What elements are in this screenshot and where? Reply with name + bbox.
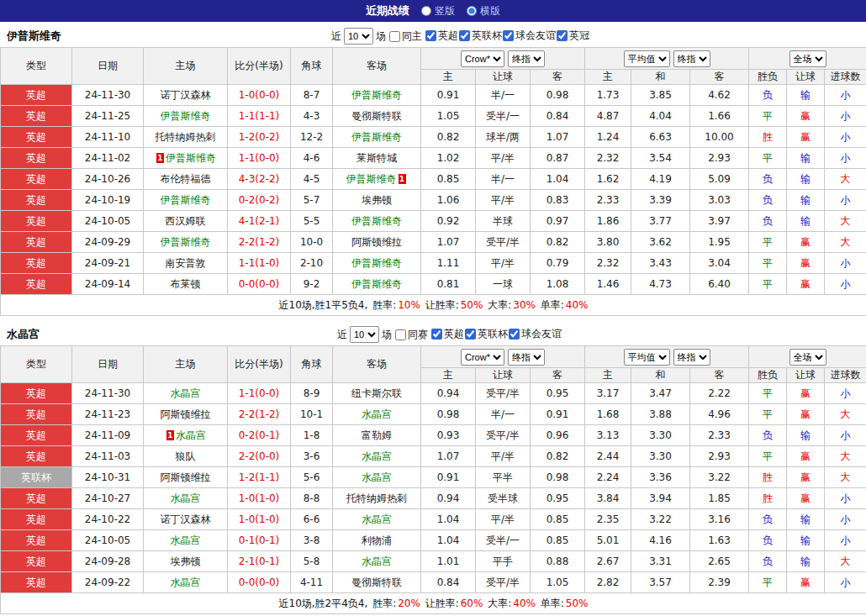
league-filters: 英超英联杯球会友谊英冠 xyxy=(425,29,589,44)
avg-away-cell: 3.97 xyxy=(690,211,749,232)
col-header-away: 客场 xyxy=(333,48,421,85)
league-filter[interactable]: 英联杯 xyxy=(464,327,508,341)
avg-draw-cell: 3.43 xyxy=(631,253,690,274)
league-checkbox[interactable] xyxy=(431,329,442,340)
team-name: 水晶宫 xyxy=(362,450,392,462)
corner-cell: 10-0 xyxy=(291,232,333,253)
odds-company-select[interactable]: Crow* xyxy=(461,50,504,67)
avg-draw-cell: 3.85 xyxy=(631,85,690,106)
same-filter[interactable]: 同主 xyxy=(388,29,422,44)
match-date-cell: 24-10-19 xyxy=(72,190,144,211)
odds-handicap-cell: 受平/半 xyxy=(476,383,531,404)
layout-horizontal-radio[interactable] xyxy=(467,6,477,16)
handicap-result-cell: 赢 xyxy=(787,467,825,488)
col-header-type: 类型 xyxy=(1,48,72,85)
avg-stage-select[interactable]: 终指 xyxy=(673,349,710,366)
league-checkbox[interactable] xyxy=(459,30,470,41)
match-type-cell: 英超 xyxy=(1,509,72,530)
odds-away-cell: 0.96 xyxy=(531,425,585,446)
league-label: 球会友谊 xyxy=(515,29,556,43)
odds-stage-select[interactable]: 终指 xyxy=(508,349,545,366)
same-filter[interactable]: 同赛 xyxy=(394,328,428,342)
match-type-cell: 英超 xyxy=(1,190,72,211)
avg-home-cell: 2.33 xyxy=(585,190,631,211)
summary-stat-label: 单率: xyxy=(541,299,564,311)
league-checkbox[interactable] xyxy=(465,329,476,340)
away-team-cell: 伊普斯维奇 xyxy=(333,253,421,274)
scope-select[interactable]: 全场 xyxy=(789,50,826,67)
goals-cell: 小 xyxy=(825,253,866,274)
avg-away-cell: 4.62 xyxy=(690,85,749,106)
odds-stage-select[interactable]: 终指 xyxy=(508,50,545,67)
match-date-cell: 24-09-21 xyxy=(72,253,144,274)
league-checkbox[interactable] xyxy=(425,30,436,41)
goals-cell: 大 xyxy=(825,169,866,190)
league-checkbox[interactable] xyxy=(557,30,568,41)
match-date-cell: 24-11-30 xyxy=(72,383,144,404)
same-checkbox[interactable] xyxy=(395,329,406,340)
goals-cell: 小 xyxy=(825,425,866,446)
league-filter[interactable]: 英超 xyxy=(430,327,464,341)
goals-cell: 小 xyxy=(825,190,866,211)
league-filter[interactable]: 球会友谊 xyxy=(502,29,556,43)
match-type-cell: 英联杯 xyxy=(1,467,72,488)
result-cell: 负 xyxy=(749,425,787,446)
section-header: 水晶宫 近 10 场 同赛 英超英联杯球会友谊 xyxy=(0,324,866,345)
match-row: 英超24-10-26布伦特福德4-3(2-2)4-5伊普斯维奇10.85半/一1… xyxy=(1,169,866,190)
league-label: 球会友谊 xyxy=(521,327,562,341)
recent-count-select[interactable]: 10 xyxy=(344,28,373,45)
avg-home-cell: 1.86 xyxy=(585,211,631,232)
league-filter[interactable]: 球会友谊 xyxy=(508,327,562,341)
match-row: 英超24-10-19伊普斯维奇0-2(0-2)5-7埃弗顿1.06平/半0.83… xyxy=(1,190,866,211)
home-team-cell: 1伊普斯维奇 xyxy=(144,148,228,169)
avg-group-header: 平均值终指 xyxy=(585,346,749,368)
match-type-cell: 英超 xyxy=(1,274,72,295)
odds-away-cell: 0.82 xyxy=(531,232,585,253)
handicap-result-cell: 赢 xyxy=(787,488,825,509)
odds-company-select[interactable]: Crow* xyxy=(461,349,504,366)
result-cell: 平 xyxy=(749,383,787,404)
goals-cell: 小 xyxy=(825,148,866,169)
league-filter[interactable]: 英超 xyxy=(425,29,458,43)
corner-cell: 5-8 xyxy=(291,551,333,572)
home-team-cell: 托特纳姆热刺 xyxy=(144,127,228,148)
subcol-odds-away: 客 xyxy=(531,70,585,85)
result-cell: 胜 xyxy=(749,127,787,148)
scope-select[interactable]: 全场 xyxy=(789,349,826,366)
team-name: 阿斯顿维拉 xyxy=(351,236,402,248)
corner-cell: 1-8 xyxy=(291,425,333,446)
avg-home-cell: 4.87 xyxy=(585,106,631,127)
handicap-result-cell: 输 xyxy=(787,169,825,190)
handicap-result-cell: 赢 xyxy=(787,232,825,253)
same-checkbox[interactable] xyxy=(389,31,400,42)
home-team-cell: 布莱顿 xyxy=(144,274,228,295)
avg-type-select[interactable]: 平均值 xyxy=(624,50,670,67)
avg-stage-select[interactable]: 终指 xyxy=(673,50,710,67)
recent-count-select[interactable]: 10 xyxy=(350,326,379,343)
league-checkbox[interactable] xyxy=(509,329,520,340)
odds-handicap-cell: 半球 xyxy=(476,211,531,232)
odds-home-cell: 0.92 xyxy=(421,211,476,232)
layout-vertical-option[interactable]: 竖版 xyxy=(420,4,455,18)
result-cell: 胜 xyxy=(749,488,787,509)
league-checkbox[interactable] xyxy=(503,30,514,41)
team-name: 曼彻斯特联 xyxy=(351,110,402,122)
subcol-avg-away: 客 xyxy=(690,70,749,85)
layout-horizontal-option[interactable]: 横版 xyxy=(465,4,500,18)
league-filter[interactable]: 英联杯 xyxy=(458,29,502,43)
avg-type-select[interactable]: 平均值 xyxy=(624,349,670,366)
match-date-cell: 24-10-26 xyxy=(72,169,144,190)
subcol-avg-draw: 和 xyxy=(631,70,690,85)
layout-vertical-radio[interactable] xyxy=(421,6,431,16)
match-row: 英超24-09-14布莱顿0-0(0-0)9-2伊普斯维奇0.81一球1.081… xyxy=(1,274,866,295)
league-filter[interactable]: 英冠 xyxy=(556,29,589,43)
odds-home-cell: 0.91 xyxy=(421,85,476,106)
match-date-cell: 24-11-23 xyxy=(72,404,144,425)
match-row: 英超24-09-21南安普敦1-1(1-0)2-10伊普斯维奇1.11平/半0.… xyxy=(1,253,866,274)
match-type-cell: 英超 xyxy=(1,127,72,148)
away-team-cell: 水晶宫 xyxy=(333,509,421,530)
corner-cell: 5-7 xyxy=(291,190,333,211)
odds-away-cell: 1.04 xyxy=(531,169,585,190)
match-type-cell: 英超 xyxy=(1,383,72,404)
summary-stat-label: 胜率: xyxy=(372,299,396,311)
